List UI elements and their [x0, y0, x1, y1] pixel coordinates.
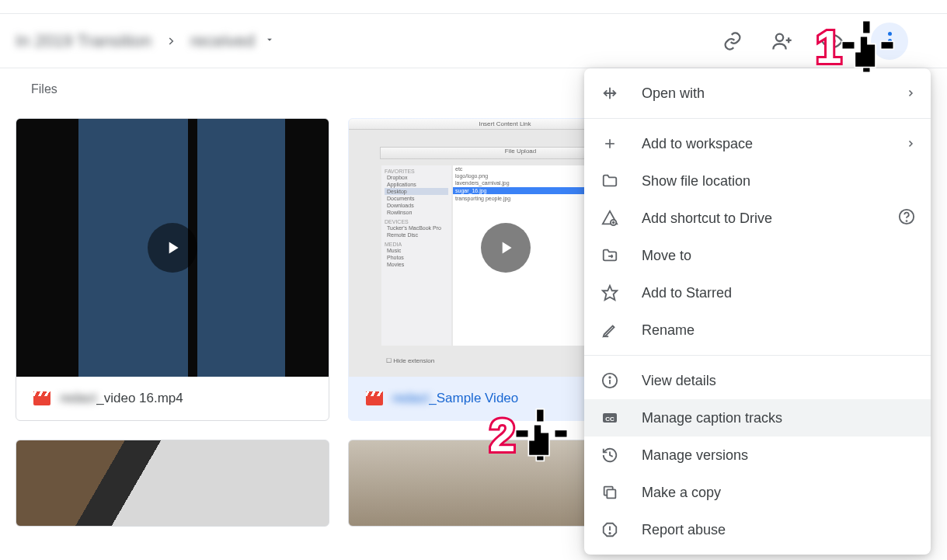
- caret-down-icon[interactable]: [264, 34, 275, 47]
- menu-label: Open with: [642, 85, 705, 102]
- menu-separator: [584, 355, 931, 356]
- menu-view-details[interactable]: View details: [584, 362, 931, 399]
- chevron-right-icon: [906, 85, 915, 102]
- file-name-row: redact_video 16.mp4: [16, 377, 329, 420]
- menu-label: Report abuse: [642, 522, 726, 538]
- header-bar: In 2019 Transition received: [0, 14, 947, 68]
- svg-point-3: [830, 38, 835, 43]
- link-icon[interactable]: [722, 30, 743, 52]
- menu-open-with[interactable]: Open with: [584, 75, 931, 112]
- menu-label: Move to: [642, 248, 691, 264]
- menu-show-location[interactable]: Show file location: [584, 162, 931, 200]
- menu-label: View details: [642, 373, 716, 389]
- menu-manage-versions[interactable]: Manage versions: [584, 437, 931, 474]
- open-with-icon: [600, 83, 620, 103]
- share-person-icon[interactable]: [771, 30, 793, 52]
- svg-text:CC: CC: [605, 416, 615, 423]
- menu-add-starred[interactable]: Add to Starred: [584, 274, 931, 311]
- menu-label: Add to workspace: [642, 136, 753, 152]
- menu-label: Add shortcut to Drive: [642, 210, 772, 227]
- svg-point-0: [776, 33, 783, 40]
- menu-rename[interactable]: Rename: [584, 311, 931, 349]
- report-icon: [600, 520, 620, 540]
- breadcrumb: In 2019 Transition received: [16, 31, 722, 51]
- menu-label: Show file location: [642, 173, 750, 190]
- play-icon: [481, 223, 531, 273]
- menu-manage-captions[interactable]: CC Manage caption tracks: [584, 399, 931, 437]
- chevron-right-icon: [906, 136, 915, 152]
- menu-move-to[interactable]: Move to: [584, 237, 931, 274]
- file-name-hidden: redact: [60, 391, 96, 405]
- svg-marker-11: [603, 286, 617, 300]
- menu-label: Add to Starred: [642, 285, 732, 301]
- top-divider: [0, 0, 947, 14]
- chevron-right-icon: [165, 31, 176, 51]
- pencil-icon: [600, 320, 620, 340]
- svg-point-20: [609, 533, 610, 534]
- more-actions-button[interactable]: [871, 23, 908, 60]
- plus-icon: [600, 134, 620, 154]
- svg-rect-18: [607, 489, 615, 498]
- breadcrumb-item-2[interactable]: received: [190, 31, 255, 51]
- copy-icon: [600, 482, 620, 503]
- help-icon[interactable]: [898, 208, 915, 229]
- info-icon: [600, 370, 620, 391]
- menu-separator: [584, 118, 931, 119]
- file-name-suffix: _video 16.mp4: [96, 391, 183, 405]
- menu-make-copy[interactable]: Make a copy: [584, 474, 931, 511]
- file-card[interactable]: [16, 440, 329, 527]
- preview-eye-icon[interactable]: [821, 30, 843, 52]
- file-card[interactable]: redact_video 16.mp4: [16, 118, 329, 421]
- menu-report-abuse[interactable]: Report abuse: [584, 511, 931, 548]
- folder-icon: [600, 171, 620, 191]
- play-icon: [148, 223, 197, 273]
- more-vertical-icon: [888, 32, 892, 50]
- file-name-hidden: redact: [392, 391, 429, 405]
- svg-point-15: [609, 377, 610, 377]
- video-file-icon: [33, 391, 50, 405]
- menu-add-workspace[interactable]: Add to workspace: [584, 125, 931, 162]
- menu-add-shortcut[interactable]: Add shortcut to Drive: [584, 200, 931, 237]
- star-icon: [600, 283, 620, 303]
- context-menu: Open with Add to workspace Show file loc…: [584, 68, 931, 555]
- menu-label: Rename: [642, 322, 695, 339]
- file-thumbnail: [16, 119, 329, 377]
- menu-label: Manage caption tracks: [642, 410, 782, 426]
- menu-label: Manage versions: [642, 447, 748, 464]
- move-folder-icon: [600, 245, 620, 266]
- drive-shortcut-icon: [600, 208, 620, 228]
- breadcrumb-item-1[interactable]: In 2019 Transition: [16, 31, 151, 51]
- cc-icon: CC: [600, 408, 620, 428]
- video-file-icon: [366, 391, 383, 405]
- file-name-suffix: _Sample Video: [429, 391, 518, 405]
- history-icon: [600, 445, 620, 465]
- header-actions: [722, 23, 931, 60]
- menu-label: Make a copy: [642, 485, 721, 501]
- svg-point-10: [907, 221, 907, 221]
